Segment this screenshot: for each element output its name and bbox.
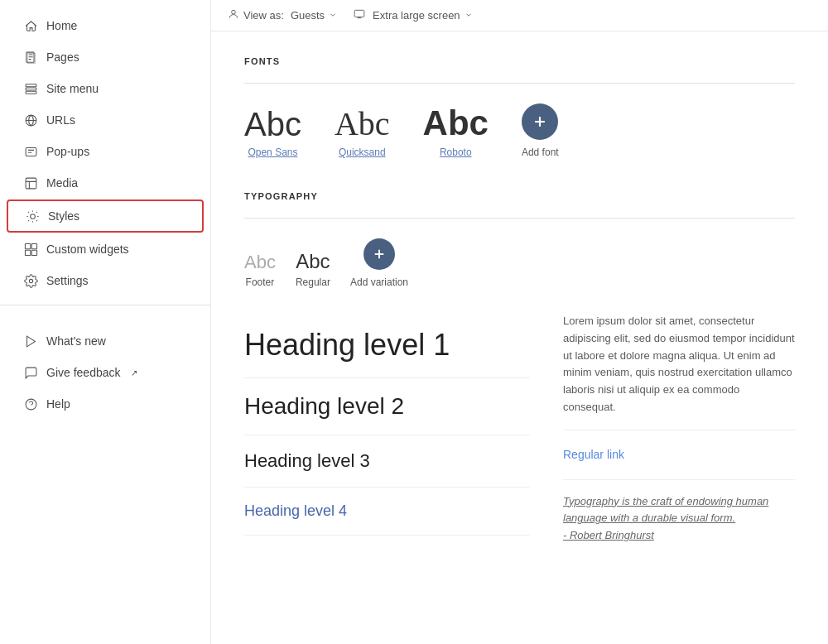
svg-rect-4 bbox=[26, 91, 36, 94]
font-label-roboto[interactable]: Roboto bbox=[440, 147, 472, 158]
heading-3: Heading level 3 bbox=[244, 450, 370, 471]
headings-left: Heading level 1 Heading level 2 Heading … bbox=[244, 313, 530, 545]
sidebar-item-media[interactable]: Media bbox=[7, 168, 204, 198]
help-icon bbox=[23, 396, 38, 411]
view-as-label: View as: bbox=[243, 9, 284, 22]
svg-point-15 bbox=[232, 10, 236, 14]
sidebar-item-label: Pop-ups bbox=[46, 145, 89, 158]
sidebar-item-site-menu[interactable]: Site menu bbox=[7, 74, 204, 103]
quote-line1: Typography is the craft of endowing huma… bbox=[563, 495, 768, 542]
add-variation-circle[interactable] bbox=[363, 238, 395, 270]
sidebar-item-urls[interactable]: URLs bbox=[7, 105, 204, 135]
heading-1-row: Heading level 1 bbox=[244, 313, 530, 378]
plus-icon bbox=[532, 113, 548, 130]
sidebar-item-whats-new[interactable]: What's new bbox=[7, 326, 204, 356]
sidebar-item-settings[interactable]: Settings bbox=[7, 266, 204, 296]
sidebar-item-styles[interactable]: Styles bbox=[7, 199, 204, 233]
typo-label-regular: Regular bbox=[296, 276, 330, 288]
svg-rect-2 bbox=[26, 84, 36, 86]
heading-3-row: Heading level 3 bbox=[244, 435, 530, 488]
sidebar-item-label: What's new bbox=[46, 334, 106, 348]
font-abc-quicksand: Abc bbox=[335, 104, 390, 143]
screen-chevron bbox=[465, 9, 473, 22]
fonts-row: Abc Open Sans Abc Quicksand Abc Roboto A… bbox=[244, 103, 795, 158]
sidebar-item-help[interactable]: Help bbox=[7, 389, 204, 419]
urls-icon bbox=[23, 113, 38, 127]
sidebar-item-feedback[interactable]: Give feedback ↗ bbox=[7, 358, 204, 387]
add-font-circle[interactable] bbox=[522, 103, 558, 140]
font-open-sans[interactable]: Abc Open Sans bbox=[244, 106, 301, 158]
sidebar: Home Pages Site menu URLs Pop-ups Media bbox=[0, 0, 211, 644]
svg-rect-3 bbox=[26, 88, 36, 90]
pages-icon bbox=[23, 50, 38, 65]
sidebar-item-label: Help bbox=[46, 397, 70, 411]
svg-rect-7 bbox=[26, 178, 36, 189]
add-font-button[interactable]: Add font bbox=[522, 103, 559, 158]
font-abc-roboto: Abc bbox=[423, 103, 489, 143]
sidebar-divider bbox=[0, 305, 210, 305]
typography-section-title: TYPOGRAPHY bbox=[244, 191, 795, 201]
add-font-label: Add font bbox=[522, 147, 559, 158]
fonts-divider bbox=[244, 83, 795, 84]
typography-variations-row: Abc Footer Abc Regular Add variation bbox=[244, 238, 795, 288]
media-icon bbox=[23, 175, 38, 190]
typo-variation-footer[interactable]: Abc Footer bbox=[244, 252, 276, 288]
sidebar-item-label: URLs bbox=[46, 113, 75, 127]
site-menu-icon bbox=[23, 81, 38, 96]
svg-rect-9 bbox=[25, 243, 30, 248]
svg-rect-12 bbox=[31, 250, 36, 255]
font-label-open-sans[interactable]: Open Sans bbox=[248, 147, 297, 158]
view-as-selector[interactable]: View as: Guests bbox=[228, 8, 337, 22]
font-abc-open-sans: Abc bbox=[244, 106, 301, 143]
sidebar-item-label: Media bbox=[46, 176, 78, 190]
sidebar-item-label: Give feedback bbox=[46, 366, 121, 379]
lorem-text: Lorem ipsum dolor sit amet, consectetur … bbox=[563, 313, 795, 416]
svg-rect-16 bbox=[354, 10, 364, 17]
topbar: View as: Guests Extra large screen bbox=[211, 0, 828, 31]
external-link-icon: ↗ bbox=[131, 368, 137, 377]
add-variation-label: Add variation bbox=[350, 276, 408, 288]
svg-rect-11 bbox=[25, 250, 30, 255]
custom-widgets-icon bbox=[23, 242, 38, 257]
typo-variation-regular[interactable]: Abc Regular bbox=[296, 250, 330, 288]
regular-link[interactable]: Regular link bbox=[563, 448, 624, 461]
font-quicksand[interactable]: Abc Quicksand bbox=[335, 104, 390, 158]
quote-text: Typography is the craft of endowing huma… bbox=[563, 493, 795, 545]
typography-section: TYPOGRAPHY Abc Footer Abc Regular Add va… bbox=[244, 191, 795, 545]
typo-label-footer: Footer bbox=[246, 276, 275, 288]
view-as-chevron bbox=[329, 9, 337, 22]
svg-rect-6 bbox=[26, 147, 36, 156]
fonts-section-title: FONTS bbox=[244, 56, 795, 66]
fonts-section: FONTS Abc Open Sans Abc Quicksand Abc Ro… bbox=[244, 56, 795, 158]
sidebar-item-label: Pages bbox=[46, 50, 79, 64]
content-area: FONTS Abc Open Sans Abc Quicksand Abc Ro… bbox=[211, 31, 828, 644]
sidebar-item-label: Settings bbox=[46, 274, 89, 287]
plus-icon-typo bbox=[372, 247, 387, 262]
sidebar-item-label: Styles bbox=[48, 209, 79, 223]
headings-area: Heading level 1 Heading level 2 Heading … bbox=[244, 313, 795, 545]
sidebar-item-label: Site menu bbox=[46, 82, 99, 95]
svg-rect-10 bbox=[31, 243, 36, 248]
sidebar-item-custom-widgets[interactable]: Custom widgets bbox=[7, 234, 204, 264]
add-variation-button[interactable]: Add variation bbox=[350, 238, 408, 288]
styles-icon bbox=[25, 209, 40, 223]
heading-2-row: Heading level 2 bbox=[244, 378, 530, 435]
main-area: View as: Guests Extra large screen FONTS… bbox=[211, 0, 828, 644]
view-as-icon bbox=[228, 8, 239, 22]
headings-right: Lorem ipsum dolor sit amet, consectetur … bbox=[563, 313, 795, 545]
sidebar-item-home[interactable]: Home bbox=[7, 11, 204, 41]
svg-point-13 bbox=[29, 279, 32, 282]
popups-icon bbox=[23, 144, 38, 159]
svg-point-8 bbox=[30, 214, 35, 219]
font-roboto[interactable]: Abc Roboto bbox=[423, 103, 489, 158]
screen-label: Extra large screen bbox=[373, 9, 460, 22]
heading-4: Heading level 4 bbox=[244, 502, 347, 519]
sidebar-item-popups[interactable]: Pop-ups bbox=[7, 137, 204, 166]
font-label-quicksand[interactable]: Quicksand bbox=[339, 147, 386, 158]
heading-4-row: Heading level 4 bbox=[244, 488, 530, 536]
heading-1: Heading level 1 bbox=[244, 328, 450, 362]
screen-size-selector[interactable]: Extra large screen bbox=[354, 8, 473, 22]
sidebar-item-pages[interactable]: Pages bbox=[7, 42, 204, 72]
typography-divider bbox=[244, 218, 795, 219]
svg-point-14 bbox=[26, 399, 36, 410]
